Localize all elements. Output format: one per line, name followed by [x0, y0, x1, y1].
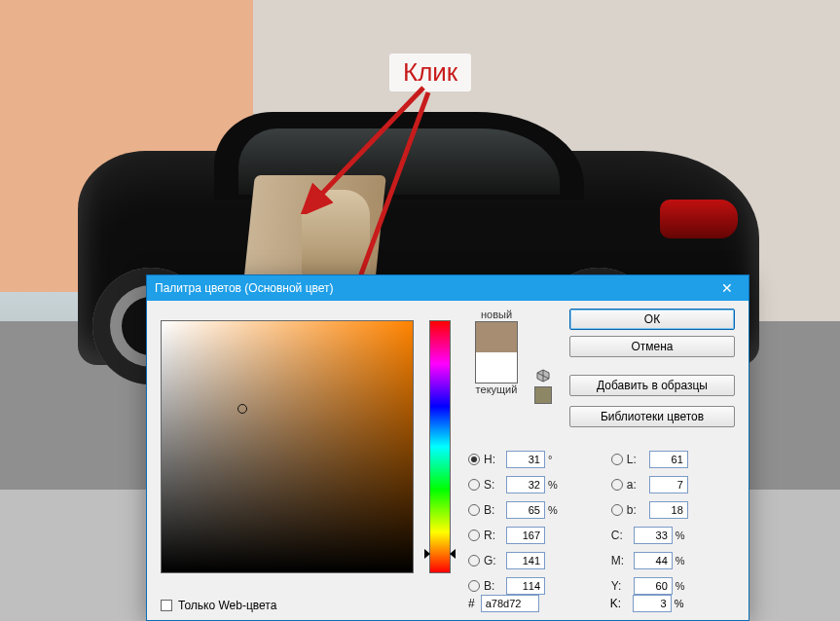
dialog-title: Палитра цветов (Основной цвет) — [155, 281, 334, 295]
sv-marker-icon — [237, 404, 247, 414]
label-c: C: — [611, 529, 631, 542]
label-g: G: — [484, 554, 503, 567]
input-l[interactable] — [649, 451, 688, 468]
input-b[interactable] — [649, 501, 688, 519]
label-k: K: — [610, 597, 630, 610]
input-r[interactable] — [506, 527, 545, 544]
input-c[interactable] — [634, 527, 673, 544]
label-a: a: — [627, 478, 646, 492]
gamut-warning-icon[interactable] — [536, 369, 550, 383]
radio-a[interactable] — [611, 479, 623, 491]
label-bb: B: — [484, 579, 503, 593]
color-libraries-button[interactable]: Библиотеки цветов — [569, 406, 735, 427]
hex-prefix: # — [468, 597, 475, 610]
label-s: S: — [484, 478, 503, 492]
radio-l[interactable] — [611, 454, 623, 465]
close-icon: ✕ — [721, 280, 733, 296]
close-button[interactable]: ✕ — [706, 275, 749, 301]
ok-button[interactable]: ОК — [569, 309, 735, 330]
color-swatch[interactable] — [475, 321, 518, 384]
unit-y: % — [676, 580, 689, 592]
radio-b[interactable] — [611, 504, 623, 516]
color-picker-dialog: Палитра цветов (Основной цвет) ✕ новый т… — [146, 274, 749, 621]
swatch-current-color — [476, 352, 517, 383]
unit-k: % — [675, 598, 688, 609]
only-web-colors-label: Только Web-цвета — [178, 599, 276, 612]
input-m[interactable] — [634, 552, 673, 569]
input-hex[interactable] — [481, 595, 539, 612]
radio-r[interactable] — [468, 530, 480, 541]
radio-s[interactable] — [468, 479, 480, 491]
input-h[interactable] — [506, 451, 545, 468]
radio-bv[interactable] — [468, 504, 480, 516]
dialog-titlebar[interactable]: Палитра цветов (Основной цвет) ✕ — [147, 275, 749, 301]
label-h: H: — [484, 453, 503, 466]
hue-slider[interactable] — [429, 320, 451, 573]
input-bb[interactable] — [506, 577, 545, 595]
swatch-new-label: новый — [464, 309, 529, 320]
color-values-grid: H: ° L: S: % a: — [468, 447, 735, 599]
only-web-colors-checkbox[interactable] — [161, 600, 172, 611]
label-m: M: — [611, 554, 631, 567]
unit-s: % — [548, 479, 562, 491]
label-b: b: — [627, 503, 646, 517]
saturation-value-field[interactable] — [161, 320, 414, 573]
input-k[interactable] — [633, 595, 672, 612]
unit-h: ° — [548, 454, 562, 465]
label-bv: B: — [484, 503, 503, 517]
input-bv[interactable] — [506, 501, 545, 519]
input-y[interactable] — [634, 577, 673, 595]
label-y: Y: — [611, 579, 631, 593]
radio-g[interactable] — [468, 555, 480, 566]
unit-bv: % — [548, 504, 562, 516]
label-r: R: — [484, 529, 503, 542]
radio-h[interactable] — [468, 454, 480, 465]
unit-m: % — [676, 555, 689, 566]
label-l: L: — [627, 453, 646, 466]
swatch-current-label: текущий — [464, 384, 529, 395]
cancel-button[interactable]: Отмена — [569, 336, 735, 357]
gamut-nearest-swatch[interactable] — [534, 386, 552, 404]
swatch-new-color — [476, 322, 517, 352]
input-g[interactable] — [506, 552, 545, 569]
annotation-click-label: Клик — [389, 54, 471, 91]
radio-bb[interactable] — [468, 580, 480, 592]
unit-c: % — [676, 530, 689, 541]
input-a[interactable] — [649, 476, 688, 493]
hue-indicator-icon — [424, 549, 456, 559]
input-s[interactable] — [506, 476, 545, 493]
add-to-swatches-button[interactable]: Добавить в образцы — [569, 375, 735, 396]
